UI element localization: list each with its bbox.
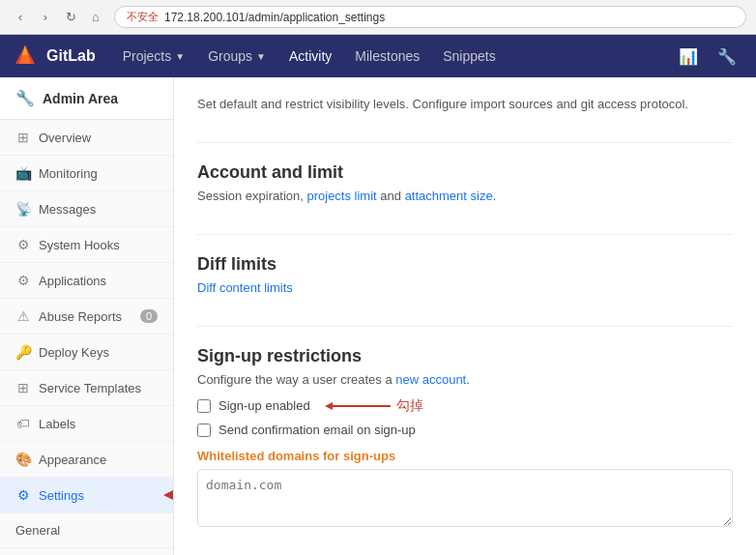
top-navbar: GitLab Projects ▼ Groups ▼ Activity Mile… (0, 35, 756, 77)
section-signup-restrictions: Sign-up restrictions Configure the way a… (197, 327, 733, 549)
back-button[interactable]: ‹ (10, 7, 31, 28)
attachment-size-link[interactable]: attachment size (405, 189, 493, 203)
send-confirmation-checkbox[interactable] (197, 424, 211, 437)
nav-groups[interactable]: Groups ▼ (196, 35, 277, 77)
signup-enabled-checkbox[interactable] (197, 399, 211, 413)
sidebar-item-system-hooks[interactable]: ⚙ System Hooks (0, 227, 173, 263)
section-account-limit: Account and limit Session expiration, pr… (197, 143, 733, 235)
diff-limits-title: Diff limits (197, 254, 733, 275)
nav-projects-label: Projects (123, 48, 172, 64)
reload-button[interactable]: ↻ (60, 7, 81, 28)
account-limit-title: Account and limit (197, 162, 733, 183)
appearance-icon: 🎨 (15, 452, 31, 467)
overview-icon: ⊞ (15, 130, 31, 145)
annotation-arrow-icon (323, 398, 391, 414)
monitoring-icon: 📺 (15, 165, 31, 181)
nav-milestones[interactable]: Milestones (343, 35, 431, 77)
gitlab-wordmark: GitLab (46, 47, 96, 65)
abuse-reports-badge: 0 (140, 309, 158, 323)
sidebar-item-label: Settings (39, 488, 84, 503)
forward-button[interactable]: › (35, 7, 56, 28)
sidebar-item-label: System Hooks (39, 238, 120, 252)
nav-snippets[interactable]: Snippets (431, 35, 507, 77)
nav-activity[interactable]: Activity (277, 35, 343, 77)
whitelist-section: Whitelisted domains for sign-ups (197, 449, 733, 530)
address-bar[interactable]: 不安全 172.18.200.101/admin/application_set… (114, 6, 746, 28)
sidebar-item-label: Appearance (39, 453, 106, 467)
abuse-reports-icon: ⚠ (15, 308, 31, 324)
svg-marker-6 (325, 402, 333, 410)
applications-icon: ⚙ (15, 273, 31, 288)
diff-content-limits-link[interactable]: Diff content limits (197, 280, 293, 295)
messages-icon: 📡 (15, 201, 31, 217)
signup-enabled-row: Sign-up enabled 勾掉 (197, 398, 733, 413)
nav-chart-icon[interactable]: 📊 (671, 35, 706, 77)
browser-nav-buttons: ‹ › ↻ ⌂ (10, 7, 106, 28)
sidebar-item-overview[interactable]: ⊞ Overview (0, 120, 173, 156)
sidebar-item-label: General (15, 523, 60, 538)
nav-projects[interactable]: Projects ▼ (111, 35, 196, 77)
sidebar-item-labels[interactable]: 🏷 Labels (0, 406, 173, 442)
sidebar-item-label: Abuse Reports (39, 309, 122, 324)
signup-restrictions-title: Sign-up restrictions (197, 346, 733, 366)
new-account-link[interactable]: new account (395, 372, 466, 387)
settings-icon: ⚙ (15, 487, 31, 503)
projects-caret-icon: ▼ (175, 51, 185, 62)
send-confirmation-row: Send confirmation email on sign-up (197, 423, 733, 437)
account-limit-desc: Session expiration, projects limit and a… (197, 189, 733, 203)
section-diff-limits: Diff limits Diff content limits (197, 235, 733, 327)
nav-snippets-label: Snippets (443, 48, 495, 64)
sidebar-title: Admin Area (43, 91, 118, 106)
sidebar-item-label: Applications (39, 274, 106, 288)
system-hooks-icon: ⚙ (15, 237, 31, 252)
gitlab-logo-icon (12, 43, 39, 70)
send-confirmation-label: Send confirmation email on sign-up (218, 423, 416, 437)
sidebar-item-label: Messages (39, 202, 96, 217)
security-indicator: 不安全 (127, 10, 159, 24)
home-button[interactable]: ⌂ (85, 7, 106, 28)
sidebar-item-abuse-reports[interactable]: ⚠ Abuse Reports 0 (0, 299, 173, 335)
deploy-keys-icon: 🔑 (15, 344, 31, 360)
url-text: 172.18.200.101/admin/application_setting… (164, 11, 385, 24)
sidebar-header: 🔧 Admin Area (0, 77, 173, 120)
nav-groups-label: Groups (208, 48, 252, 64)
main-content: Set default and restrict visibility leve… (174, 77, 756, 555)
sidebar-item-service-templates[interactable]: ⊞ Service Templates (0, 370, 173, 406)
nav-activity-label: Activity (289, 48, 332, 64)
whitelist-title: Whitelisted domains for sign-ups (197, 449, 733, 463)
sidebar-item-messages[interactable]: 📡 Messages (0, 191, 173, 227)
sidebar-item-settings[interactable]: ⚙ Settings (0, 478, 173, 513)
signup-enabled-label: Sign-up enabled (218, 398, 310, 413)
service-templates-icon: ⊞ (15, 380, 31, 395)
browser-chrome: ‹ › ↻ ⌂ 不安全 172.18.200.101/admin/applica… (0, 0, 756, 35)
annotation-text: 勾掉 (396, 397, 423, 415)
groups-caret-icon: ▼ (256, 51, 266, 62)
sidebar-item-label: Labels (39, 417, 75, 431)
gitlab-logo[interactable]: GitLab (12, 43, 96, 70)
visibility-desc: Set default and restrict visibility leve… (197, 97, 733, 111)
nav-icon-buttons: 📊 🔧 (671, 35, 744, 77)
labels-icon: 🏷 (15, 416, 31, 431)
nav-wrench-icon[interactable]: 🔧 (710, 35, 744, 77)
sidebar: 🔧 Admin Area ⊞ Overview 📺 Monitoring 📡 M… (0, 77, 174, 555)
projects-limit-link[interactable]: projects limit (306, 189, 376, 203)
sidebar-item-deploy-keys[interactable]: 🔑 Deploy Keys (0, 335, 173, 370)
svg-marker-4 (163, 490, 173, 500)
signup-restrictions-desc: Configure the way a user creates a new a… (197, 372, 733, 387)
sidebar-item-label: Overview (39, 131, 91, 145)
sidebar-item-label: Service Templates (39, 381, 141, 395)
nav-milestones-label: Milestones (355, 48, 420, 64)
section-visibility: Set default and restrict visibility leve… (197, 77, 733, 143)
sidebar-item-label: Deploy Keys (39, 345, 109, 360)
whitelist-textarea[interactable] (197, 469, 733, 527)
sidebar-item-appearance[interactable]: 🎨 Appearance (0, 442, 173, 478)
sidebar-item-label: Monitoring (39, 166, 98, 181)
sidebar-item-applications[interactable]: ⚙ Applications (0, 263, 173, 299)
admin-area-icon: 🔧 (15, 89, 35, 107)
sidebar-item-general[interactable]: General (0, 513, 173, 548)
main-layout: 🔧 Admin Area ⊞ Overview 📺 Monitoring 📡 M… (0, 77, 756, 555)
diff-limits-desc: Diff content limits (197, 280, 733, 295)
sidebar-item-monitoring[interactable]: 📺 Monitoring (0, 156, 173, 191)
